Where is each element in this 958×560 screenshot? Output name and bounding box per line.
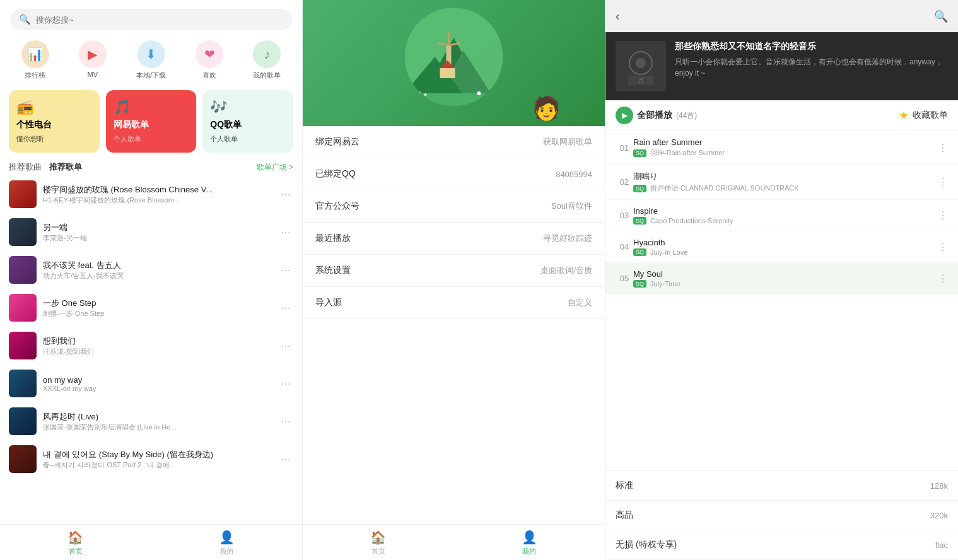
track-artist-row-1: SQ 羽珅-Rain after Summer: [633, 148, 938, 158]
song-more-7[interactable]: ⋯: [278, 413, 293, 430]
section-tabs: 推荐歌曲 推荐歌单: [9, 161, 82, 173]
tab-recommend[interactable]: 推荐歌曲: [9, 161, 42, 173]
nav-local[interactable]: ⬇ 本地/下载: [136, 40, 166, 80]
song-thumb-4: [9, 294, 37, 322]
track-more-5[interactable]: ⋮: [938, 272, 948, 284]
home-icon: 🏠: [67, 530, 83, 545]
track-item-2[interactable]: 02 潮鳴り SQ 折戸伸治-CLANNAD ORIGINAL SOUNDTRA…: [605, 165, 958, 200]
playlist-cover: 🎵: [616, 41, 666, 91]
song-item-1[interactable]: 楼宇间盛放的玫瑰 (Rose Blossom Chinese V... H1-K…: [0, 175, 302, 213]
track-more-2[interactable]: ⋮: [938, 176, 948, 188]
song-item-5[interactable]: 想到我们 汪苏泷-想到我们 ⋯: [0, 327, 302, 365]
track-artist-3: Capo Productions-Serenity: [650, 217, 733, 225]
menu-bound-qq[interactable]: 已绑定QQ 84065994: [303, 158, 605, 190]
track-more-4[interactable]: ⋮: [938, 241, 948, 253]
song-more-2[interactable]: ⋯: [278, 224, 293, 241]
song-artist-6: XXXL-on my way: [43, 385, 272, 392]
track-item-5[interactable]: 05 My Soul SQ July-Time ⋮: [605, 263, 958, 295]
play-all-icon: ▶: [616, 107, 633, 124]
star-icon: ★: [899, 108, 909, 122]
song-more-6[interactable]: ⋯: [278, 375, 293, 392]
cover-svg: 🎵: [616, 41, 666, 91]
song-item-2[interactable]: 另一端 李荣浩-另一端 ⋯: [0, 213, 302, 251]
playlist-netease[interactable]: 🎵 网易歌单 个人歌单: [106, 90, 197, 153]
song-title-8: 내 곁에 있어요 (Stay By My Side) (留在我身边): [43, 449, 272, 460]
track-artist-4: July-In Love: [650, 248, 687, 256]
song-title-7: 风再起时 (Live): [43, 411, 272, 423]
nav-mv[interactable]: ▶ MV: [79, 40, 107, 80]
back-icon[interactable]: ‹: [616, 9, 620, 23]
song-more-1[interactable]: ⋯: [278, 186, 293, 203]
song-more-4[interactable]: ⋯: [278, 300, 293, 317]
song-info-6: on my way XXXL-on my way: [43, 375, 272, 392]
favorites-icon: ❤: [196, 40, 223, 68]
left-nav-home[interactable]: 🏠 首页: [0, 530, 151, 556]
song-thumb-7: [9, 407, 37, 435]
menu-import[interactable]: 导入源 自定义: [303, 287, 605, 319]
song-artist-5: 汪苏泷-想到我们: [43, 347, 272, 356]
right-panel: ‹ 🔍 🎵 那些你熟悉却又不知道名字的轻音乐 只听一小会你就会爱上它。音乐就像生…: [605, 0, 958, 560]
quality-high-label: 高品: [616, 510, 633, 521]
left-nav-mine[interactable]: 👤 我的: [151, 530, 303, 556]
svg-rect-11: [405, 93, 503, 106]
quality-standard[interactable]: 标准 128k: [605, 471, 958, 501]
menu-official[interactable]: 官方公众号 Soul音软件: [303, 190, 605, 223]
song-thumb-2: [9, 218, 37, 246]
track-num-2: 02: [616, 177, 633, 187]
track-artist-5: July-Time: [650, 280, 680, 288]
song-item-4[interactable]: 一步 One Step 刺猬-一步 One Step ⋯: [0, 289, 302, 327]
menu-list: 绑定网易云 获取网易歌单 已绑定QQ 84065994 官方公众号 Soul音软…: [303, 126, 605, 325]
menu-about[interactable]: 关于软件 感恩有你: [303, 319, 605, 325]
playlist-qq[interactable]: 🎶 QQ歌单 个人歌单: [202, 90, 293, 153]
song-more-3[interactable]: ⋯: [278, 262, 293, 279]
local-label: 本地/下载: [136, 71, 166, 80]
track-more-1[interactable]: ⋮: [938, 142, 948, 154]
track-item-3[interactable]: 03 Inspire SQ Capo Productions-Serenity …: [605, 200, 958, 231]
middle-nav-mine[interactable]: 👤 我的: [454, 530, 605, 556]
song-thumb-1: [9, 180, 37, 208]
track-item-1[interactable]: 01 Rain after Summer SQ 羽珅-Rain after Su…: [605, 131, 958, 165]
menu-bind-netease[interactable]: 绑定网易云 获取网易歌单: [303, 126, 605, 158]
collect-button[interactable]: ★ 收藏歌单: [899, 108, 948, 122]
menu-import-right: 自定义: [568, 297, 592, 308]
song-item-8[interactable]: 내 곁에 있어요 (Stay By My Side) (留在我身边) 春--세자…: [0, 440, 302, 478]
quality-standard-size: 128k: [930, 481, 948, 491]
search-bar[interactable]: 🔍: [10, 9, 292, 30]
nav-icons: 📊 排行榜 ▶ MV ⬇ 本地/下载 ❤ 喜欢 ♪ 我的歌单: [0, 37, 302, 86]
menu-bound-qq-label: 已绑定QQ: [315, 168, 356, 180]
middle-nav-home[interactable]: 🏠 首页: [303, 530, 454, 556]
quality-lossless[interactable]: 无损 (特权专享) flac: [605, 530, 958, 560]
song-title-3: 我不该哭 feat. 告五人: [43, 260, 272, 271]
quality-standard-label: 标准: [616, 480, 633, 491]
middle-mine-icon: 👤: [522, 530, 537, 545]
radio-sub: 懂你想听: [16, 134, 44, 144]
song-more-8[interactable]: ⋯: [278, 451, 293, 468]
song-item-7[interactable]: 风再起时 (Live) 张国荣-张国荣告别乐坛演唱会 (Live in Ho..…: [0, 402, 302, 440]
song-info-1: 楼宇间盛放的玫瑰 (Rose Blossom Chinese V... H1-K…: [43, 184, 272, 205]
quality-badge-2: SQ: [633, 185, 646, 192]
search-input[interactable]: [36, 15, 283, 25]
quality-lossless-size: flac: [935, 540, 948, 550]
nav-favorites[interactable]: ❤ 喜欢: [196, 40, 223, 80]
right-search-icon[interactable]: 🔍: [934, 9, 948, 23]
menu-settings[interactable]: 系统设置 桌面歌词/音质: [303, 255, 605, 287]
track-item-4[interactable]: 04 Hyacinth SQ July-In Love ⋮: [605, 231, 958, 263]
song-title-6: on my way: [43, 375, 272, 385]
tab-playlist[interactable]: 推荐歌单: [49, 161, 82, 173]
play-all-button[interactable]: ▶ 全部播放 (44首): [616, 107, 697, 124]
quality-high[interactable]: 高品 320k: [605, 501, 958, 530]
track-artist-row-2: SQ 折戸伸治-CLANNAD ORIGINAL SOUNDTRACK: [633, 184, 938, 193]
playlist-desc-text: 只听一小会你就会爱上它。音乐就像生活，有开心也会有低落的时候，anyway，en…: [675, 56, 948, 79]
song-item-6[interactable]: on my way XXXL-on my way ⋯: [0, 365, 302, 402]
song-more-5[interactable]: ⋯: [278, 337, 293, 354]
nav-mysongs[interactable]: ♪ 我的歌单: [253, 40, 281, 80]
playlist-radio[interactable]: 📻 个性电台 懂你想听: [9, 90, 100, 153]
track-more-3[interactable]: ⋮: [938, 209, 948, 221]
menu-recent[interactable]: 最近播放 寻觅好歌踪迹: [303, 223, 605, 255]
track-artist-2: 折戸伸治-CLANNAD ORIGINAL SOUNDTRACK: [650, 184, 799, 193]
song-item-3[interactable]: 我不该哭 feat. 告五人 动力火车/告五人-我不该哭 ⋯: [0, 251, 302, 289]
playlist-row: 📻 个性电台 懂你想听 🎵 网易歌单 个人歌单 🎶 QQ歌单 个人歌单: [0, 86, 302, 156]
nav-charts[interactable]: 📊 排行榜: [21, 40, 49, 80]
section-link[interactable]: 歌单广场 >: [257, 162, 293, 173]
play-all-label: 全部播放: [637, 110, 672, 121]
